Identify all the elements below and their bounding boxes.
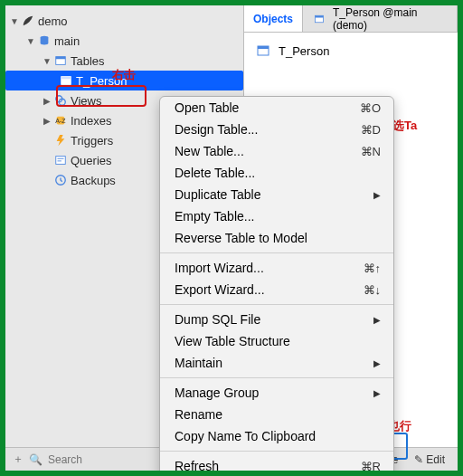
disclosure-triangle-icon[interactable]: ▼ xyxy=(25,36,36,46)
tab-table[interactable]: T_Person @main (demo) xyxy=(303,5,458,32)
table-item-label: T_Person xyxy=(76,74,127,88)
disclosure-triangle-icon[interactable]: ▼ xyxy=(42,56,52,66)
menu-copy-name[interactable]: Copy Name To Clipboard xyxy=(160,425,393,447)
views-label: Views xyxy=(71,94,101,108)
database-icon xyxy=(36,34,52,47)
table-icon xyxy=(312,14,327,24)
context-menu: Open Table⌘O Design Table...⌘D New Table… xyxy=(159,96,394,476)
plus-icon[interactable]: ＋ xyxy=(13,452,24,467)
feather-icon xyxy=(20,14,36,27)
svg-rect-12 xyxy=(316,15,324,17)
menu-new-table[interactable]: New Table...⌘N xyxy=(160,140,393,162)
tab-label: T_Person @main (demo) xyxy=(333,6,448,32)
menu-import-wizard[interactable]: Import Wizard...⌘↑ xyxy=(160,257,393,279)
disclosure-triangle-icon[interactable]: ▶ xyxy=(42,96,52,106)
menu-delete-table[interactable]: Delete Table... xyxy=(160,162,393,184)
edit-button[interactable]: ✎Edit xyxy=(414,452,445,468)
svg-text:A-Z: A-Z xyxy=(55,118,66,124)
clock-icon xyxy=(52,174,69,186)
tree-table-item[interactable]: T_Person xyxy=(5,71,243,90)
triggers-label: Triggers xyxy=(71,134,113,148)
search-icon: 🔍 xyxy=(29,453,43,466)
submenu-arrow-icon: ▶ xyxy=(373,388,381,398)
tree-tables-folder[interactable]: ▼ Tables xyxy=(5,51,243,71)
tab-objects[interactable]: Objects xyxy=(244,5,303,32)
menu-view-structure[interactable]: View Table Structure xyxy=(160,330,393,352)
submenu-arrow-icon: ▶ xyxy=(373,358,381,368)
queries-icon xyxy=(52,154,69,167)
object-list: T_Person xyxy=(244,33,458,69)
pencil-icon: ✎ xyxy=(414,453,423,466)
tree-connection[interactable]: ▼ demo xyxy=(5,11,243,31)
menu-separator xyxy=(160,304,393,305)
indexes-icon: A-Z xyxy=(52,114,69,127)
svg-rect-14 xyxy=(258,46,269,49)
indexes-label: Indexes xyxy=(71,114,112,128)
menu-separator xyxy=(160,451,393,452)
table-icon xyxy=(52,54,69,67)
disclosure-triangle-icon[interactable]: ▶ xyxy=(42,116,52,126)
menu-separator xyxy=(160,377,393,378)
submenu-arrow-icon: ▶ xyxy=(373,315,381,325)
table-icon xyxy=(255,43,271,58)
trigger-icon xyxy=(52,134,69,147)
menu-empty-table[interactable]: Empty Table... xyxy=(160,205,393,227)
connection-label: demo xyxy=(38,14,68,28)
list-item[interactable]: T_Person xyxy=(279,44,329,58)
menu-refresh[interactable]: Refresh⌘R xyxy=(160,455,393,476)
menu-manage-group[interactable]: Manage Group▶ xyxy=(160,382,393,404)
svg-rect-4 xyxy=(61,77,71,80)
tables-label: Tables xyxy=(71,54,105,68)
disclosure-triangle-icon[interactable]: ▼ xyxy=(9,16,20,26)
menu-dump-sql[interactable]: Dump SQL File▶ xyxy=(160,309,393,330)
submenu-arrow-icon: ▶ xyxy=(373,190,381,200)
menu-rename[interactable]: Rename xyxy=(160,404,393,425)
tab-label: Objects xyxy=(253,13,293,25)
svg-rect-2 xyxy=(56,57,66,60)
svg-rect-9 xyxy=(56,157,66,165)
menu-duplicate-table[interactable]: Duplicate Table▶ xyxy=(160,184,393,205)
backups-label: Backups xyxy=(71,174,116,187)
queries-label: Queries xyxy=(71,154,112,167)
tabs-bar: Objects T_Person @main (demo) xyxy=(244,5,458,33)
menu-open-table[interactable]: Open Table⌘O xyxy=(160,97,393,119)
menu-design-table[interactable]: Design Table...⌘D xyxy=(160,119,393,140)
tree-database[interactable]: ▼ main xyxy=(5,31,243,51)
table-icon xyxy=(58,74,74,87)
menu-separator xyxy=(160,252,393,253)
menu-export-wizard[interactable]: Export Wizard...⌘↓ xyxy=(160,279,393,300)
menu-reverse-table[interactable]: Reverse Table to Model xyxy=(160,227,393,249)
views-icon xyxy=(52,94,69,107)
menu-maintain[interactable]: Maintain▶ xyxy=(160,352,393,374)
database-label: main xyxy=(54,34,80,48)
